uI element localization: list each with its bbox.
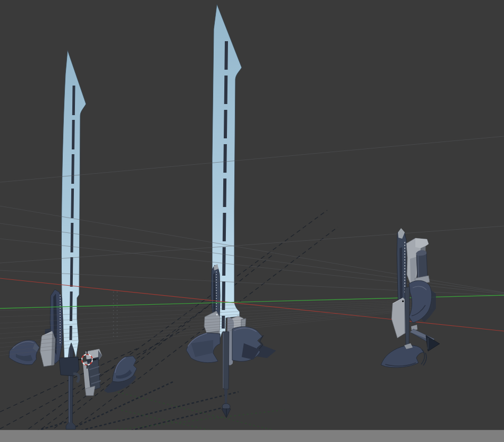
handle-rod [223,332,229,389]
viewport-canvas[interactable] [0,0,504,442]
vertex-dot [402,300,404,302]
pommel-stem [224,389,227,403]
cylinder-highlight [418,255,419,279]
plate-rivet [216,314,218,316]
bottom-panel-header[interactable] [0,430,504,442]
viewport-3d[interactable] [0,0,504,442]
